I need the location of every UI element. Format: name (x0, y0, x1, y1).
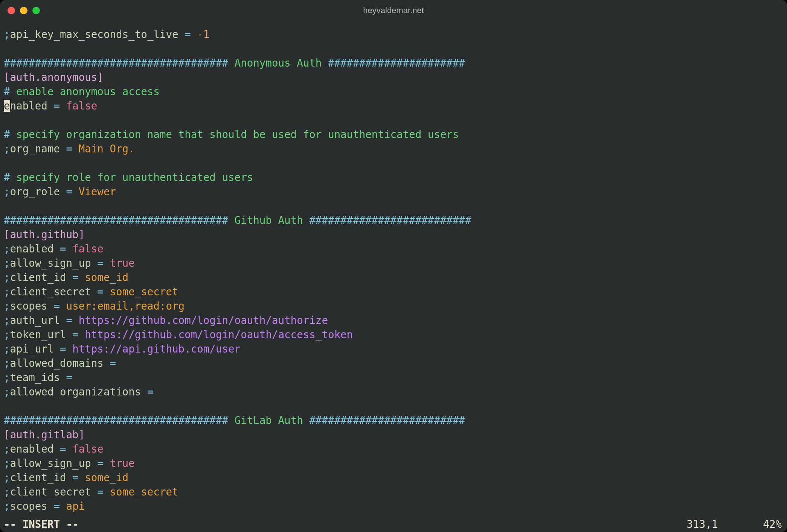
window-title: heyvaldemar.net (363, 6, 424, 15)
editor-line[interactable]: ;client_secret = some_secret (4, 485, 783, 499)
vim-mode: -- INSERT -- (4, 517, 79, 531)
editor-line[interactable]: ;allow_sign_up = true (4, 456, 783, 470)
editor-line[interactable]: ;client_id = some_id (4, 470, 783, 485)
editor-line[interactable]: ;token_url = https://github.com/login/oa… (4, 327, 783, 342)
editor-line[interactable]: ;org_name = Main Org. (4, 141, 783, 156)
editor-line[interactable] (4, 41, 783, 56)
editor-line[interactable]: ;scopes = user:email,read:org (4, 299, 783, 313)
editor-line[interactable]: ;team_ids = (4, 370, 783, 385)
editor-line[interactable]: # specify organization name that should … (4, 127, 783, 141)
editor-line[interactable] (4, 156, 783, 170)
editor-line[interactable]: # enable anonymous access (4, 84, 783, 99)
editor-line[interactable]: ;enabled = false (4, 242, 783, 256)
editor-line[interactable]: #################################### Ano… (4, 56, 783, 70)
editor-line[interactable]: enabled = false (4, 99, 783, 113)
editor-line[interactable] (4, 113, 783, 127)
editor-line[interactable]: [auth.github] (4, 227, 783, 242)
editor-line[interactable]: ;allowed_domains = (4, 356, 783, 370)
editor-line[interactable] (4, 199, 783, 213)
window-controls (8, 7, 40, 14)
editor-line[interactable]: ;client_id = some_id (4, 270, 783, 284)
editor-line[interactable]: ;org_role = Viewer (4, 184, 783, 199)
editor-line[interactable]: ;enabled = false (4, 442, 783, 456)
editor-line[interactable]: ;client_secret = some_secret (4, 284, 783, 299)
editor-line[interactable]: ;api_url = https://api.github.com/user (4, 342, 783, 356)
editor-line[interactable]: ;auth_url = https://github.com/login/oau… (4, 313, 783, 327)
editor-line[interactable]: ;scopes = api (4, 499, 783, 513)
vim-status-bar: -- INSERT -- 313,1 42% (0, 517, 787, 531)
minimize-icon[interactable] (20, 7, 27, 14)
editor-line[interactable]: [auth.gitlab] (4, 427, 783, 442)
editor-line[interactable]: [auth.anonymous] (4, 70, 783, 84)
cursor: e (4, 100, 10, 112)
titlebar: heyvaldemar.net (0, 0, 787, 21)
editor-line[interactable]: ;api_key_max_seconds_to_live = -1 (4, 27, 783, 41)
cursor-position: 313,1 (687, 517, 763, 531)
close-icon[interactable] (8, 7, 15, 14)
editor-line[interactable]: ;allow_sign_up = true (4, 256, 783, 270)
editor-line[interactable] (4, 399, 783, 413)
zoom-icon[interactable] (32, 7, 40, 14)
editor-line[interactable]: #################################### Git… (4, 213, 783, 227)
editor-line[interactable]: # specify role for unauthenticated users (4, 170, 783, 184)
scroll-percent: 42% (763, 517, 783, 531)
editor-viewport[interactable]: ;api_key_max_seconds_to_live = -1 ######… (0, 26, 787, 532)
editor-line[interactable]: #################################### Git… (4, 413, 783, 427)
terminal-window: heyvaldemar.net ;api_key_max_seconds_to_… (0, 0, 787, 532)
editor-line[interactable]: ;allowed_organizations = (4, 385, 783, 399)
